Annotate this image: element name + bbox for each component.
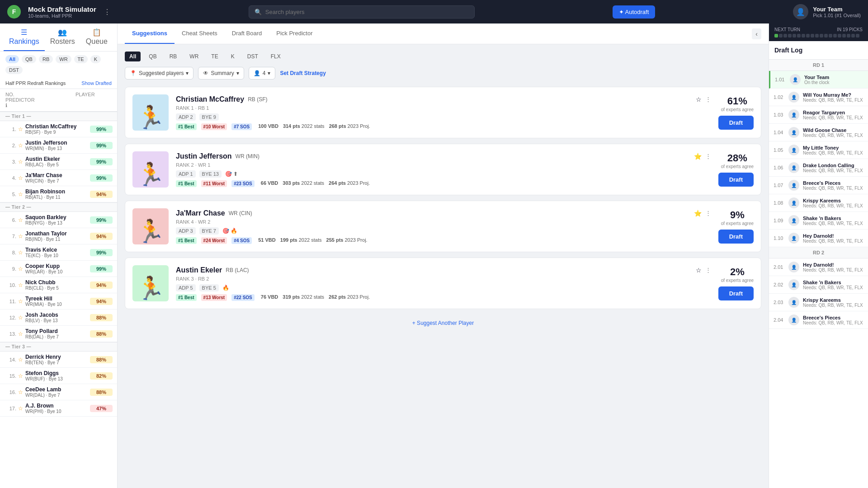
- filter-qb[interactable]: QB: [22, 55, 36, 63]
- pick-row[interactable]: 1.03 👤 Reagor Targaryen Needs: QB, RB, W…: [769, 106, 868, 124]
- pick-row[interactable]: 1.05 👤 My Little Toney Needs: QB, RB, WR…: [769, 141, 868, 159]
- suggest-another-button[interactable]: + Suggest Another Player: [125, 314, 761, 332]
- pos-k[interactable]: K: [226, 52, 239, 61]
- pos-qb[interactable]: QB: [144, 52, 161, 61]
- player-row[interactable]: 16. ☆ CeeDee Lamb WR(DAL) · Bye 7 88%: [0, 384, 117, 400]
- pick-row[interactable]: 2.02 👤 Shake 'n Bakers Needs: QB, RB, WR…: [769, 276, 868, 294]
- vbd-value: 51 VBD: [258, 237, 276, 244]
- pick-avatar: 👤: [788, 162, 799, 173]
- filter-te[interactable]: TE: [74, 55, 88, 63]
- sidebar-item-rosters[interactable]: 👥 Rosters: [45, 23, 80, 51]
- summary-filter[interactable]: 👁 Summary ▾: [198, 67, 244, 80]
- pos-flx[interactable]: FLX: [266, 52, 285, 61]
- more-options-icon[interactable]: ⋮: [705, 153, 711, 160]
- filter-wr[interactable]: WR: [56, 55, 71, 63]
- draft-button[interactable]: Draft: [718, 286, 754, 300]
- player-row[interactable]: 3. ☆ Austin Ekeler RB(LAC) · Bye 5 99%: [0, 154, 117, 170]
- player-row[interactable]: 7. ☆ Jonathan Taylor RB(IND) · Bye 11 94…: [0, 228, 117, 244]
- pick-row[interactable]: 1.04 👤 Wild Goose Chase Needs: QB, RB, W…: [769, 124, 868, 141]
- player-list-header: NO. PLAYER PREDICTOR ℹ: [0, 89, 117, 112]
- player-name: Nick Chubb: [25, 279, 90, 286]
- player-row[interactable]: 6. ☆ Saquon Barkley RB(NYG) · Bye 13 99%: [0, 212, 117, 228]
- player-row[interactable]: 4. ☆ Ja'Marr Chase WR(CIN) · Bye 7 99%: [0, 170, 117, 186]
- player-row[interactable]: 17. ☆ A.J. Brown WR(PHI) · Bye 10 47%: [0, 400, 117, 417]
- player-row[interactable]: 5. ☆ Bijan Robinson RB(ATL) · Bye 11 94%: [0, 186, 117, 202]
- filter-rb[interactable]: RB: [39, 55, 53, 63]
- pos-rb[interactable]: RB: [165, 52, 182, 61]
- chevron-down-icon: ▾: [186, 70, 189, 76]
- draft-button[interactable]: Draft: [718, 173, 754, 187]
- tab-draft-board[interactable]: Draft Board: [225, 23, 269, 44]
- show-drafted-button[interactable]: Show Drafted: [81, 80, 112, 86]
- filter-dst[interactable]: DST: [5, 66, 23, 74]
- player-row[interactable]: 10. ☆ Nick Chubb RB(CLE) · Bye 5 94%: [0, 277, 117, 293]
- pick-row[interactable]: 1.10 👤 Hey Darnold! Needs: QB, RB, WR, T…: [769, 230, 868, 247]
- pick-avatar: 👤: [788, 279, 799, 290]
- favorite-icon[interactable]: ⭐: [694, 153, 702, 160]
- pos-wr[interactable]: WR: [185, 52, 203, 61]
- player-number: 16.: [5, 389, 18, 395]
- team-needs: Needs: QB, RB, WR, TE, FLX: [803, 320, 863, 325]
- rankings-select[interactable]: Half PPR Redraft Rankings: [5, 80, 66, 86]
- pick-row[interactable]: 2.04 👤 Breece's Pieces Needs: QB, RB, WR…: [769, 311, 868, 329]
- pick-row[interactable]: 1.07 👤 Breece's Pieces Needs: QB, RB, WR…: [769, 177, 868, 194]
- pick-row[interactable]: 1.01 👤 Your Team On the clock: [769, 71, 868, 89]
- pick-info: Reagor Targaryen Needs: QB, RB, WR, TE, …: [803, 110, 863, 120]
- autodraft-button[interactable]: ✦ Autodraft: [613, 5, 656, 19]
- pick-row[interactable]: 1.02 👤 Will You Murray Me? Needs: QB, RB…: [769, 89, 868, 106]
- pick-row[interactable]: 1.06 👤 Drake London Calling Needs: QB, R…: [769, 159, 868, 177]
- favorite-icon[interactable]: ☆: [696, 96, 702, 103]
- favorite-icon[interactable]: ⭐: [694, 210, 702, 217]
- tab-suggestions[interactable]: Suggestions: [125, 23, 175, 44]
- player-row[interactable]: 1. ☆ Christian McCaffrey RB(SF) · Bye 9 …: [0, 121, 117, 137]
- tab-cheat-sheets[interactable]: Cheat Sheets: [175, 23, 225, 44]
- player-row[interactable]: 2. ☆ Justin Jefferson WR(MIN) · Bye 13 9…: [0, 137, 117, 154]
- header-menu-icon[interactable]: ⋮: [104, 8, 111, 16]
- sidebar-item-rankings[interactable]: ☰ Rankings: [4, 23, 45, 51]
- player-row[interactable]: 15. ☆ Stefon Diggs WR(BUF) · Bye 13 82%: [0, 368, 117, 384]
- predictor-badge: 94%: [90, 298, 113, 305]
- tab-pick-predictor[interactable]: Pick Predictor: [269, 23, 320, 44]
- player-name: Josh Jacobs: [25, 312, 90, 318]
- suggested-players-filter[interactable]: 📍 Suggested players ▾: [125, 67, 193, 80]
- filter-all[interactable]: All: [5, 55, 19, 63]
- pick-number: 2.04: [774, 317, 785, 323]
- player-row[interactable]: 11. ☆ Tyreek Hill WR(MIA) · Bye 10 94%: [0, 293, 117, 310]
- more-options-icon[interactable]: ⋮: [705, 210, 711, 216]
- player-list: — Tier 1 — 1. ☆ Christian McCaffrey RB(S…: [0, 112, 117, 488]
- pos-te[interactable]: TE: [207, 52, 222, 61]
- pick-dot: [802, 34, 805, 38]
- player-card-name: Ja'Marr Chase: [176, 209, 225, 217]
- count-filter[interactable]: 👤 4 ▾: [249, 67, 276, 80]
- player-name: A.J. Brown: [25, 403, 90, 409]
- player-star: ☆: [18, 405, 25, 412]
- player-pos: RB(LV) · Bye 13: [25, 318, 90, 323]
- filter-k[interactable]: K: [90, 55, 101, 63]
- player-pos: TE(KC) · Bye 10: [25, 253, 90, 258]
- more-options-icon[interactable]: ⋮: [705, 267, 711, 273]
- pick-row[interactable]: 1.08 👤 Krispy Kareems Needs: QB, RB, WR,…: [769, 194, 868, 212]
- sidebar-item-queue[interactable]: 📋 Queue: [80, 23, 113, 51]
- team-needs: Needs: QB, RB, WR, TE, FLX: [803, 203, 863, 208]
- pick-row[interactable]: 2.03 👤 Krispy Kareems Needs: QB, RB, WR,…: [769, 294, 868, 311]
- favorite-icon[interactable]: ☆: [696, 267, 702, 274]
- pick-row[interactable]: 1.09 👤 Shake 'n Bakers Needs: QB, RB, WR…: [769, 212, 868, 230]
- player-card-rank: RANK 4 · WR 2: [176, 219, 711, 225]
- player-row[interactable]: 9. ☆ Cooper Kupp WR(LAR) · Bye 10 99%: [0, 261, 117, 277]
- collapse-sidebar-button[interactable]: ‹: [752, 28, 761, 39]
- proj-2023: 255 pts 2023 Proj.: [326, 237, 368, 244]
- player-card-rank: RANK 1 · RB 1: [176, 105, 711, 111]
- search-input[interactable]: [265, 9, 469, 15]
- pick-dot: [788, 34, 792, 38]
- more-options-icon[interactable]: ⋮: [705, 96, 711, 103]
- player-row[interactable]: 8. ☆ Travis Kelce TE(KC) · Bye 10 99%: [0, 244, 117, 261]
- draft-button[interactable]: Draft: [718, 230, 754, 244]
- draft-button[interactable]: Draft: [718, 116, 754, 130]
- player-row[interactable]: 13. ☆ Tony Pollard RB(DAL) · Bye 7 88%: [0, 326, 117, 342]
- player-row[interactable]: 12. ☆ Josh Jacobs RB(LV) · Bye 13 88%: [0, 310, 117, 326]
- pick-row[interactable]: 2.01 👤 Hey Darnold! Needs: QB, RB, WR, T…: [769, 258, 868, 276]
- pos-all[interactable]: All: [125, 52, 141, 61]
- set-strategy-link[interactable]: Set Draft Strategy: [280, 70, 326, 76]
- pos-dst[interactable]: DST: [243, 52, 263, 61]
- player-row[interactable]: 14. ☆ Derrick Henry RB(TEN) · Bye 7 88%: [0, 352, 117, 368]
